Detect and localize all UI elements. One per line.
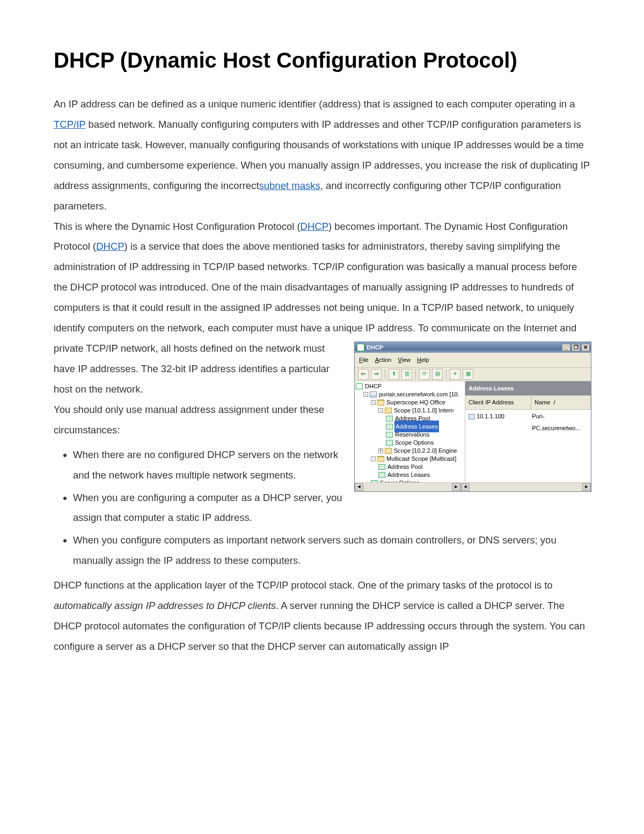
expand-icon[interactable]: + [378, 448, 383, 453]
scroll-right-button-2[interactable]: ► [582, 483, 591, 491]
para4-italic: automatically assign IP addresses to DHC… [54, 600, 276, 611]
dhcp-icon [356, 383, 363, 389]
link-tcpip[interactable]: TCP/IP [54, 119, 85, 130]
folder-open-icon [377, 400, 384, 405]
options-icon [371, 480, 378, 482]
menu-help[interactable]: Help [417, 354, 429, 366]
para2-t3-start: ) is a service that does the above menti… [54, 241, 577, 354]
help-button[interactable]: ▦ [463, 369, 473, 380]
mmc-toolbar: ⇐ ⇒ ⬆ ▥ ⟳ ▤ ✶ ▦ [355, 368, 591, 381]
folder-open-icon [377, 456, 384, 462]
menu-view[interactable]: View [398, 354, 411, 366]
menu-action[interactable]: Action [375, 354, 392, 366]
mmc-titlebar[interactable]: DHCP _ ❐ ✕ [355, 342, 591, 353]
details-columns: Client IP Address Name / [465, 395, 591, 410]
para4-t1: DHCP functions at the application layer … [54, 579, 553, 591]
lease-name: Puri-PC.securenetwo... [529, 410, 591, 434]
collapse-icon[interactable]: - [378, 408, 383, 413]
link-subnet-masks[interactable]: subnet masks [259, 180, 320, 191]
pool-icon [386, 416, 393, 422]
menu-file[interactable]: File [359, 354, 369, 366]
col-client-ip[interactable]: Client IP Address [465, 396, 531, 409]
scroll-left-button-2[interactable]: ◄ [461, 483, 470, 491]
show-hide-button[interactable]: ▥ [401, 369, 412, 380]
leases-icon [386, 424, 393, 430]
para1-t1: An IP address can be defined as a unique… [54, 98, 575, 110]
body-text: An IP address can be defined as a unique… [54, 94, 590, 657]
pool-icon [378, 464, 385, 470]
col-name[interactable]: Name / [531, 396, 591, 409]
mmc-menubar: File Action View Help [355, 353, 591, 368]
reservations-icon [386, 432, 393, 438]
forward-button[interactable]: ⇒ [371, 369, 382, 380]
back-button[interactable]: ⇐ [358, 369, 369, 380]
scroll-track-2[interactable] [470, 483, 582, 491]
maximize-button[interactable]: ❐ [572, 344, 580, 351]
link-dhcp-2[interactable]: DHCP [96, 241, 124, 252]
export-button[interactable]: ▤ [432, 369, 443, 380]
para3: You should only use manual address assig… [54, 404, 324, 436]
minimize-button[interactable]: _ [562, 344, 570, 351]
page-title: DHCP (Dynamic Host Configuration Protoco… [54, 48, 590, 72]
scroll-left-button[interactable]: ◄ [355, 483, 363, 491]
tree-server-options[interactable]: Server Options [356, 479, 465, 482]
dhcp-app-icon [357, 344, 364, 351]
list-item: When you are configuring a computer as a… [73, 488, 590, 528]
list-item: When you configure computers as importan… [73, 530, 590, 571]
computer-icon [469, 414, 475, 419]
properties-button[interactable]: ✶ [450, 369, 460, 380]
mmc-title: DHCP [367, 342, 383, 354]
mmc-details-pane: Address Leases Client IP Address Name / … [465, 381, 591, 482]
lease-row[interactable]: 10.1.1.100 Puri-PC.securenetwo... [465, 410, 591, 435]
scroll-right-button[interactable]: ► [452, 483, 460, 491]
close-button[interactable]: ✕ [581, 344, 590, 351]
collapse-icon[interactable]: - [371, 456, 376, 461]
refresh-button[interactable]: ⟳ [419, 369, 430, 380]
folder-icon [385, 408, 392, 414]
server-icon [370, 391, 377, 397]
options-icon [386, 440, 393, 446]
collapse-icon[interactable]: - [363, 392, 368, 397]
mmc-window: DHCP _ ❐ ✕ File Action View Help ⇐ ⇒ ⬆ [354, 342, 591, 492]
link-dhcp-1[interactable]: DHCP [301, 221, 328, 232]
collapse-icon[interactable]: - [371, 400, 376, 405]
mmc-tree-pane[interactable]: DHCP -puriair.securenetwork.com [10. -Su… [355, 381, 465, 482]
mmc-scrollbar: ◄ ► ◄ ► [355, 482, 591, 491]
dhcp-mmc-figure: DHCP _ ❐ ✕ File Action View Help ⇐ ⇒ ⬆ [354, 342, 590, 492]
up-button[interactable]: ⬆ [389, 369, 399, 380]
details-header: Address Leases [465, 381, 591, 396]
para2-t1: This is where the Dynamic Host Configura… [54, 221, 301, 232]
lease-ip: 10.1.1.100 [477, 413, 504, 419]
scroll-track[interactable] [363, 483, 452, 491]
